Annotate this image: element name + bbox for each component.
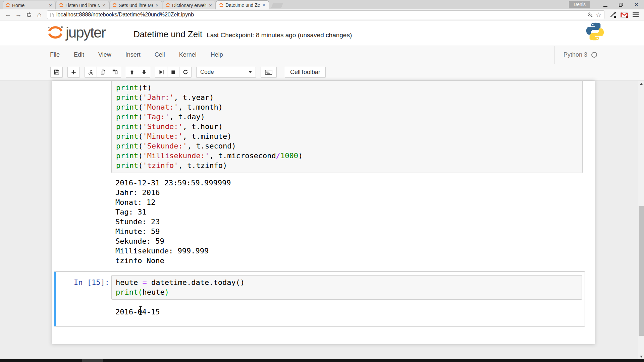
command-palette-button[interactable] [261,67,277,78]
browser-window: Home × Listen und ihre Meth × Sets und i… [0,0,644,362]
minimize-button[interactable] [598,0,613,9]
minimize-icon [603,6,607,7]
taskbar-edge[interactable] [0,359,644,362]
run-cell-button[interactable] [155,67,167,78]
notebook-title[interactable]: Datetime und Zeit [133,29,202,40]
save-button[interactable] [50,67,63,78]
restore-icon [619,3,623,7]
browser-tab-datetime-active[interactable]: Datetime und Zeit × [216,0,269,9]
jupyter-logo-text: jupyter [66,25,105,40]
url-text[interactable]: localhost:8888/notebooks/Datetime%20und%… [56,12,585,18]
run-icon [159,69,164,75]
jupyter-favicon-icon [112,3,117,8]
menu-insert[interactable]: Insert [118,46,148,64]
input-prompt: In [15]: [56,278,109,287]
forward-button[interactable]: → [14,10,23,19]
notebook-document: print(t)print('Jahr:', t.year)print('Mon… [52,81,595,344]
scroll-up-button[interactable] [638,81,644,86]
kernel-name: Python 3 [564,51,587,58]
tab-close-icon[interactable]: × [48,3,53,8]
copy-cell-button[interactable] [97,67,109,78]
eyedropper-extension-icon[interactable] [608,10,618,19]
scroll-down-button[interactable] [638,354,644,359]
select-caret-icon [249,71,252,73]
checkpoint-status: Last Checkpoint: 8 minutes ago (unsaved … [207,32,352,39]
bookmark-star-icon[interactable]: ☆ [596,11,601,19]
celltoolbar-button[interactable]: CellToolbar [285,67,326,78]
triangle-up-icon [640,83,643,85]
jupyter-favicon-icon [5,3,10,8]
stop-icon [171,70,176,75]
tab-label: Listen und ihre Meth [65,3,100,8]
reload-icon [26,12,32,18]
keyboard-icon [265,70,272,75]
arrow-up-icon [129,70,135,75]
menu-cell[interactable]: Cell [148,46,172,64]
menu-view[interactable]: View [91,46,118,64]
notebook-toolbar: Code CellToolbar [0,64,644,81]
menu-edit[interactable]: Edit [67,46,91,64]
code-cell-2-selected[interactable]: In [15]: heute = datetime.date.today()pr… [54,272,585,326]
jupyter-favicon-icon [59,3,64,8]
profile-name-button[interactable]: Denis [569,1,590,8]
vertical-scrollbar[interactable] [638,81,644,359]
move-cell-up-button[interactable] [126,67,138,78]
browser-tab-sets[interactable]: Sets und ihre Metho × [109,1,162,9]
code-cell-2-input[interactable]: heute = datetime.date.today()print(heute… [111,275,582,300]
code-cell-2-output: 2016-04-15 [115,307,160,317]
home-button[interactable]: ⌂ [35,10,44,19]
tab-close-icon[interactable]: × [155,3,160,8]
tab-strip: Home × Listen und ihre Meth × Sets und i… [0,0,644,9]
code-cell-1-output: 2016-12-31 23:59:59.999999Jahr: 2016Mona… [115,178,231,265]
text-cursor-icon [139,306,143,316]
triangle-down-icon [640,356,643,358]
tab-close-icon[interactable]: × [101,3,106,8]
chrome-menu-icon[interactable] [631,10,641,19]
menu-bar: File Edit View Insert Cell Kernel Help P… [0,46,644,64]
restart-kernel-button[interactable] [179,67,192,78]
code-editor[interactable]: heute = datetime.date.today()print(heute… [116,278,582,297]
taskbar-edge-highlight [82,359,103,362]
menu-kernel[interactable]: Kernel [172,46,204,64]
browser-tab-home[interactable]: Home × [3,1,56,9]
notebook-header: jupyter Datetime und Zeit Last Checkpoin… [0,20,644,46]
interrupt-kernel-button[interactable] [167,67,179,78]
new-tab-button[interactable] [271,3,283,8]
browser-toolbar: ← → ⌂ localhost:8888/notebooks/Datetime%… [0,9,644,20]
python-logo-icon [585,21,605,43]
paste-cell-button[interactable] [109,67,121,78]
back-button[interactable]: ← [3,10,13,19]
move-cell-down-button[interactable] [138,67,150,78]
scissors-icon [88,69,94,75]
menu-file[interactable]: File [43,46,67,64]
page-icon [50,12,54,17]
jupyter-logo[interactable]: jupyter [47,24,105,40]
zoom-indicator-icon[interactable] [587,12,593,18]
notebook-scroll-area[interactable]: print(t)print('Jahr:', t.year)print('Mon… [0,81,644,362]
reload-button[interactable] [24,10,34,19]
save-icon [54,69,59,75]
code-cell-1-input[interactable]: print(t)print('Jahr:', t.year)print('Mon… [111,81,583,173]
cell-type-select[interactable]: Code [196,67,256,78]
jupyter-favicon-icon [165,3,170,8]
celltoolbar-label: CellToolbar [290,69,320,76]
tab-close-icon[interactable]: × [208,3,213,8]
gmail-extension-icon[interactable] [619,10,629,19]
browser-tab-listen[interactable]: Listen und ihre Meth × [56,1,109,9]
add-cell-button[interactable] [67,67,80,78]
restore-button[interactable] [613,0,629,9]
menu-help[interactable]: Help [204,46,230,64]
tab-close-icon[interactable]: × [261,3,266,7]
scrollbar-thumb[interactable] [639,206,644,336]
cut-cell-button[interactable] [85,67,97,78]
kernel-idle-icon [591,52,597,58]
code-editor[interactable]: print(t)print('Jahr:', t.year)print('Mon… [116,83,582,170]
plus-icon [71,70,76,75]
browser-tab-dictionary[interactable]: Dictionary erweitert × [163,1,216,9]
tab-label: Dictionary erweitert [172,3,206,8]
address-bar[interactable]: localhost:8888/notebooks/Datetime%20und%… [47,10,604,19]
cell-type-value: Code [200,69,214,75]
tab-label: Datetime und Zeit [225,2,260,8]
refresh-icon [183,69,188,75]
close-window-button[interactable]: ✕ [629,0,644,9]
